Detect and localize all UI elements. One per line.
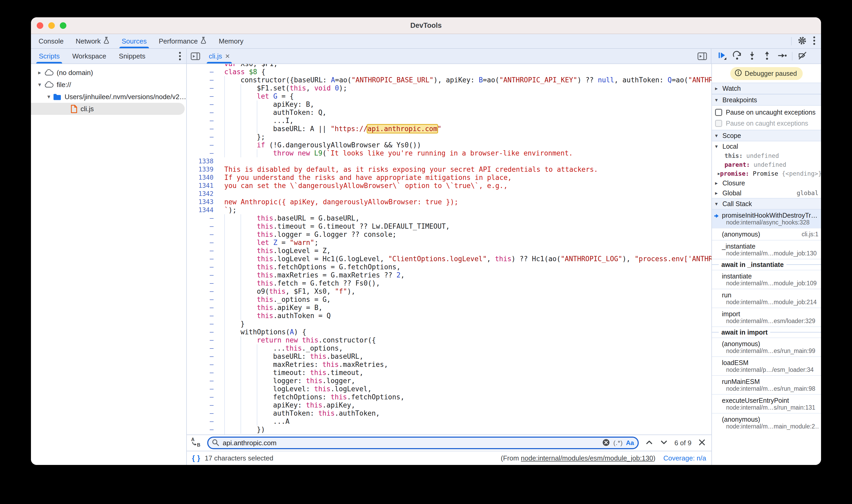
breakpoints-section-header[interactable]: ▾ Breakpoints bbox=[712, 94, 821, 106]
hide-navigator-icon[interactable] bbox=[187, 49, 204, 64]
tree-item-cli-js[interactable]: cli.js bbox=[31, 103, 185, 115]
previous-match-icon[interactable] bbox=[645, 438, 653, 448]
scope-group-closure[interactable]: ▸Closure bbox=[712, 178, 821, 188]
code-text[interactable]: maxRetries: this.maxRetries, bbox=[218, 361, 388, 369]
pretty-print-icon[interactable]: { } bbox=[192, 454, 200, 462]
code-text[interactable]: ...I, bbox=[218, 117, 294, 125]
watch-section-header[interactable]: ▸ Watch bbox=[712, 83, 821, 94]
code-text[interactable]: apiKey: B, bbox=[218, 101, 314, 109]
close-window-button[interactable] bbox=[37, 22, 43, 29]
code-text[interactable]: return new this.constructor({ bbox=[218, 336, 376, 344]
code-text[interactable]: authToken: Q, bbox=[218, 109, 326, 117]
search-input[interactable] bbox=[223, 439, 599, 447]
line-number-gutter[interactable]: – bbox=[187, 409, 218, 417]
replace-toggle-icon[interactable]: AB bbox=[190, 436, 201, 449]
call-stack-frame[interactable]: loadESMnode:internal/p…/esm_loader:34 bbox=[712, 356, 821, 375]
panel-tab-network[interactable]: Network bbox=[70, 34, 116, 48]
line-number-gutter[interactable]: – bbox=[187, 271, 218, 279]
code-text[interactable]: ...A bbox=[218, 417, 289, 426]
tree-item-users-jinhuilee-nvm-versions-node-v2-[interactable]: ▾Users/jinhuilee/.nvm/versions/node/v2… bbox=[31, 91, 186, 103]
code-text[interactable]: fetchOptions: this.fetchOptions, bbox=[218, 393, 405, 401]
line-number-gutter[interactable]: 1338 bbox=[187, 157, 218, 165]
code-text[interactable]: } bbox=[218, 320, 245, 328]
code-text[interactable] bbox=[218, 157, 224, 165]
line-number-gutter[interactable]: – bbox=[187, 222, 218, 231]
checkbox[interactable] bbox=[715, 109, 722, 116]
call-stack-frame[interactable]: instantiatenode:internal/m…module_job:10… bbox=[712, 270, 821, 289]
call-stack-frame[interactable]: (anonymous)cli.js:1 bbox=[712, 228, 821, 240]
code-text[interactable]: this._options = G, bbox=[218, 295, 331, 304]
navigator-tab-snippets[interactable]: Snippets bbox=[112, 49, 152, 64]
code-text[interactable]: baseURL: this.baseURL, bbox=[218, 353, 363, 361]
navigator-tab-scripts[interactable]: Scripts bbox=[33, 49, 66, 64]
line-number-gutter[interactable]: – bbox=[187, 361, 218, 369]
panel-tab-memory[interactable]: Memory bbox=[213, 34, 249, 48]
line-number-gutter[interactable]: 1339 bbox=[187, 165, 218, 174]
line-number-gutter[interactable]: – bbox=[187, 426, 218, 434]
deactivate-breakpoints-icon[interactable] bbox=[797, 51, 807, 61]
line-number-gutter[interactable]: – bbox=[187, 149, 218, 157]
step-out-icon[interactable] bbox=[762, 51, 772, 61]
call-stack-frame[interactable]: runnode:internal/m…module_job:214 bbox=[712, 289, 821, 308]
code-text[interactable]: $F1.set(this, void 0); bbox=[218, 84, 347, 92]
code-text[interactable]: withOptions(A) { bbox=[218, 328, 306, 336]
close-tab-icon[interactable]: × bbox=[225, 52, 230, 60]
call-stack-frame[interactable]: _instantiatenode:internal/m…module_job:1… bbox=[712, 240, 821, 259]
code-text[interactable]: new Anthropic({ apiKey, dangerouslyAllow… bbox=[218, 198, 458, 206]
line-number-gutter[interactable]: – bbox=[187, 295, 218, 304]
code-text[interactable]: var Xs0, $F1; bbox=[218, 64, 278, 68]
scope-property-this[interactable]: this: undefined bbox=[712, 151, 821, 160]
code-viewport[interactable]: var Xs0, $F1;–class $8 {–constructor({ba… bbox=[187, 64, 711, 434]
chevron-right-icon[interactable]: ▸ bbox=[715, 180, 723, 186]
close-search-icon[interactable] bbox=[698, 438, 706, 448]
from-location-link[interactable]: node:internal/modules/esm/module_job:130 bbox=[521, 454, 653, 462]
code-text[interactable]: this.logLevel = Z, bbox=[218, 247, 331, 255]
step-over-icon[interactable] bbox=[732, 51, 742, 61]
call-stack-frame[interactable]: executeUserEntryPointnode:internal/m…s/r… bbox=[712, 394, 821, 413]
tree-expander-closed-icon[interactable]: ▸ bbox=[35, 69, 44, 76]
line-number-gutter[interactable]: – bbox=[187, 239, 218, 247]
panel-tab-sources[interactable]: Sources bbox=[116, 34, 153, 48]
line-number-gutter[interactable]: – bbox=[187, 117, 218, 125]
line-number-gutter[interactable]: – bbox=[187, 231, 218, 239]
scope-section-header[interactable]: ▾ Scope bbox=[712, 130, 821, 141]
more-options-icon[interactable] bbox=[813, 36, 816, 47]
line-number-gutter[interactable]: – bbox=[187, 247, 218, 255]
chevron-right-icon[interactable]: ▸ bbox=[718, 171, 720, 177]
match-case-toggle[interactable]: Aa bbox=[626, 439, 634, 447]
code-text[interactable]: class $8 { bbox=[218, 68, 265, 76]
code-text[interactable]: this.fetchOptions = G.fetchOptions, bbox=[218, 263, 401, 271]
line-number-gutter[interactable]: – bbox=[187, 377, 218, 385]
tree-expander-open-icon[interactable]: ▾ bbox=[35, 81, 44, 88]
minimize-window-button[interactable] bbox=[48, 22, 55, 29]
line-number-gutter[interactable]: – bbox=[187, 279, 218, 287]
editor-tab-clijs[interactable]: cli.js × bbox=[204, 49, 234, 64]
code-text[interactable]: this.fetch = G.fetch ?? Fs0(), bbox=[218, 279, 380, 287]
call-stack-frame[interactable]: runMainESMnode:internal/m…es/run_main:98 bbox=[712, 375, 821, 394]
collapse-debugger-icon[interactable] bbox=[694, 49, 711, 64]
code-text[interactable]: let G = { bbox=[218, 92, 294, 101]
code-text[interactable]: this.apiKey = B, bbox=[218, 304, 322, 312]
call-stack-section-header[interactable]: ▾ Call Stack bbox=[712, 198, 821, 210]
line-number-gutter[interactable]: 1342 bbox=[187, 190, 218, 198]
code-text[interactable]: this.authToken = Q bbox=[218, 312, 331, 320]
line-number-gutter[interactable]: – bbox=[187, 101, 218, 109]
chevron-down-icon[interactable]: ▾ bbox=[715, 143, 723, 149]
resume-script-icon[interactable] bbox=[717, 51, 727, 61]
line-number-gutter[interactable]: – bbox=[187, 312, 218, 320]
gear-icon[interactable] bbox=[797, 36, 807, 47]
tree-expander-open-icon[interactable]: ▾ bbox=[45, 93, 53, 100]
line-number-gutter[interactable]: – bbox=[187, 84, 218, 92]
line-number-gutter[interactable]: 1343 bbox=[187, 198, 218, 206]
clear-search-icon[interactable] bbox=[602, 438, 610, 448]
line-number-gutter[interactable]: – bbox=[187, 76, 218, 84]
line-number-gutter[interactable]: – bbox=[187, 393, 218, 401]
code-text[interactable]: logLevel: this.logLevel, bbox=[218, 385, 372, 393]
next-match-icon[interactable] bbox=[660, 438, 668, 448]
code-text[interactable]: apiKey: this.apiKey, bbox=[218, 401, 355, 409]
code-text[interactable]: }) bbox=[218, 426, 265, 434]
coverage-link[interactable]: Coverage: n/a bbox=[663, 454, 706, 462]
line-number-gutter[interactable]: 1340 bbox=[187, 174, 218, 182]
line-number-gutter[interactable]: – bbox=[187, 401, 218, 409]
line-number-gutter[interactable]: – bbox=[187, 369, 218, 377]
